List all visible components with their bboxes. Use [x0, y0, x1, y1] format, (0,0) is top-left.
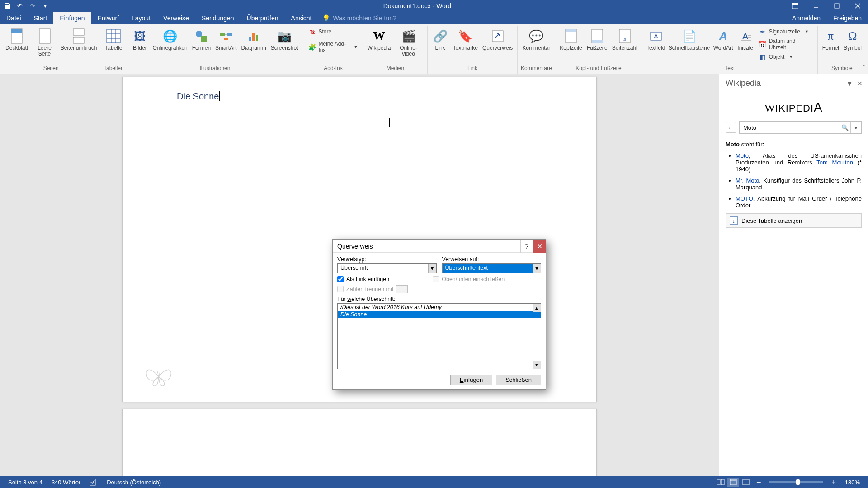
- bilder-label: Bilder: [133, 45, 147, 51]
- document-area[interactable]: Die Sonne Querverweis ? ✕: [0, 74, 719, 476]
- tab-review[interactable]: Überprüfen: [241, 12, 285, 24]
- tabelle-button[interactable]: Tabelle: [103, 27, 124, 52]
- status-language[interactable]: Deutsch (Österreich): [102, 479, 165, 486]
- wiki-show-table-button[interactable]: ↓ Diese Tabelle anzeigen: [726, 213, 862, 228]
- onlinegrafiken-button[interactable]: 🌐Onlinegrafiken: [151, 27, 189, 52]
- view-read-mode[interactable]: [715, 478, 726, 487]
- als-link-input[interactable]: [337, 276, 344, 282]
- smartart-button[interactable]: SmartArt: [213, 27, 238, 52]
- tell-me-search[interactable]: 💡 Was möchten Sie tun?: [318, 12, 401, 24]
- status-words[interactable]: 340 Wörter: [47, 479, 85, 486]
- smartart-icon: [218, 28, 234, 44]
- symbol-button[interactable]: ΩSymbol: [842, 27, 863, 52]
- wiki-link-1[interactable]: Mr. Moto: [736, 177, 759, 184]
- signin-button[interactable]: Anmelden: [786, 12, 827, 24]
- signatur-button[interactable]: ✒Signaturzeile▼: [756, 27, 815, 36]
- store-button[interactable]: 🛍Store: [306, 27, 361, 36]
- querverweis-button[interactable]: Querverweis: [481, 27, 514, 52]
- formen-button[interactable]: Formen: [190, 27, 212, 52]
- wiki-link-0b[interactable]: Tom Moulton: [816, 159, 853, 166]
- schnellbausteine-button[interactable]: 📄Schnellbausteine: [668, 27, 711, 52]
- wiki-search-box[interactable]: 🔍 ▾: [739, 121, 862, 134]
- wikipedia-button[interactable]: WWikipedia: [366, 27, 392, 52]
- meine-addins-button[interactable]: 🧩Meine Add-Ins▼: [306, 40, 361, 54]
- close-button[interactable]: [847, 0, 868, 12]
- qat-dropdown[interactable]: ▼: [41, 1, 50, 10]
- textmarke-button[interactable]: 🔖Textmarke: [451, 27, 480, 52]
- zoom-thumb[interactable]: [796, 479, 800, 485]
- maximize-button[interactable]: [826, 0, 847, 12]
- listbox-scroll-up[interactable]: ▴: [533, 304, 541, 312]
- objekt-button[interactable]: ◧Objekt▼: [756, 52, 815, 61]
- status-spell-icon[interactable]: [85, 479, 102, 486]
- svg-rect-17: [201, 36, 207, 42]
- leere-seite-button[interactable]: Leere Seite: [30, 27, 59, 58]
- kopfzeile-button[interactable]: Kopfzeile: [558, 27, 584, 52]
- tab-layout[interactable]: Layout: [125, 12, 157, 24]
- redo-button[interactable]: ↷: [28, 1, 37, 10]
- verweistyp-dropdown-button[interactable]: ▼: [428, 264, 436, 273]
- page-next[interactable]: [122, 409, 597, 476]
- headings-listbox[interactable]: /Dies ist der Word 2016 Kurs auf Udemy D…: [337, 303, 541, 369]
- collapse-ribbon-button[interactable]: ˇ: [863, 65, 865, 71]
- dialog-insert-button[interactable]: Einfügen: [450, 375, 492, 385]
- tab-mailings[interactable]: Sendungen: [195, 12, 241, 24]
- view-web-layout[interactable]: [740, 478, 752, 487]
- wiki-search-input[interactable]: [740, 122, 840, 133]
- tab-insert[interactable]: Einfügen: [53, 12, 91, 24]
- group-addins-label: Add-Ins: [306, 64, 361, 73]
- screenshot-label: Screenshot: [271, 45, 298, 51]
- pane-close-button[interactable]: ✕: [857, 80, 863, 87]
- svg-rect-28: [566, 29, 576, 32]
- verweistyp-select[interactable]: Überschrift ▼: [337, 263, 437, 273]
- dialog-cancel-button[interactable]: Schließen: [496, 375, 541, 385]
- als-link-checkbox[interactable]: Als Link einfügen: [337, 276, 389, 282]
- listbox-item-0[interactable]: /Dies ist der Word 2016 Kurs auf Udemy: [338, 304, 541, 311]
- tab-start[interactable]: Start: [28, 12, 54, 24]
- formel-button[interactable]: πFormel: [821, 27, 841, 52]
- deckblatt-button[interactable]: Deckblatt: [5, 27, 29, 52]
- datum-button[interactable]: 📅Datum und Uhrzeit: [756, 37, 815, 52]
- seitenzahl-button[interactable]: #Seitenzahl: [610, 27, 639, 52]
- tab-file[interactable]: Datei: [0, 12, 28, 24]
- screenshot-button[interactable]: 📷Screenshot: [269, 27, 300, 52]
- zoom-out-button[interactable]: −: [752, 478, 766, 487]
- zoom-in-button[interactable]: +: [827, 478, 840, 486]
- save-button[interactable]: [3, 1, 12, 10]
- status-page[interactable]: Seite 3 von 4: [4, 479, 47, 486]
- link-button[interactable]: 🔗Link: [430, 27, 450, 52]
- tab-view[interactable]: Ansicht: [285, 12, 318, 24]
- undo-button[interactable]: ↶: [15, 1, 24, 10]
- seitenumbruch-button[interactable]: Seitenumbruch: [60, 27, 98, 52]
- wiki-search-button[interactable]: 🔍: [840, 122, 850, 133]
- fusszeile-button[interactable]: Fußzeile: [585, 27, 609, 52]
- minimize-button[interactable]: [806, 0, 826, 12]
- listbox-item-1[interactable]: Die Sonne: [338, 311, 541, 318]
- tab-design[interactable]: Entwurf: [91, 12, 125, 24]
- diagramm-button[interactable]: Diagramm: [239, 27, 268, 52]
- kommentar-button[interactable]: 💬Kommentar: [520, 27, 552, 52]
- ribbon-display-options-button[interactable]: [785, 0, 806, 12]
- zoom-slider[interactable]: [769, 481, 823, 483]
- initiale-button[interactable]: AInitiale: [736, 27, 755, 52]
- pane-dropdown[interactable]: ▼: [846, 80, 853, 87]
- tab-references[interactable]: Verweise: [157, 12, 195, 24]
- verweisen-select[interactable]: Überschriftentext ▼: [442, 263, 542, 273]
- wiki-back-button[interactable]: ←: [726, 122, 736, 133]
- bilder-button[interactable]: 🖼Bilder: [130, 27, 150, 52]
- wordart-button[interactable]: AWordArt: [712, 27, 735, 52]
- dialog-help-button[interactable]: ?: [520, 240, 533, 253]
- view-print-layout[interactable]: [727, 478, 739, 487]
- share-button[interactable]: Freigeben: [827, 12, 868, 24]
- onlinevideo-button[interactable]: 🎬Online-video: [392, 27, 424, 58]
- dialog-titlebar[interactable]: Querverweis ? ✕: [333, 240, 546, 253]
- wiki-link-0[interactable]: Moto: [736, 152, 749, 159]
- wiki-link-2[interactable]: MOTO: [736, 195, 753, 202]
- listbox-scroll-down[interactable]: ▾: [533, 361, 541, 369]
- textfeld-button[interactable]: ATextfeld: [645, 27, 667, 52]
- zoom-level[interactable]: 130%: [840, 479, 864, 486]
- wiki-search-dropdown[interactable]: ▾: [850, 122, 861, 133]
- window-title: Dokument1.docx - Word: [50, 2, 785, 9]
- verweisen-dropdown-button[interactable]: ▼: [533, 264, 541, 273]
- dialog-close-button[interactable]: ✕: [533, 240, 546, 253]
